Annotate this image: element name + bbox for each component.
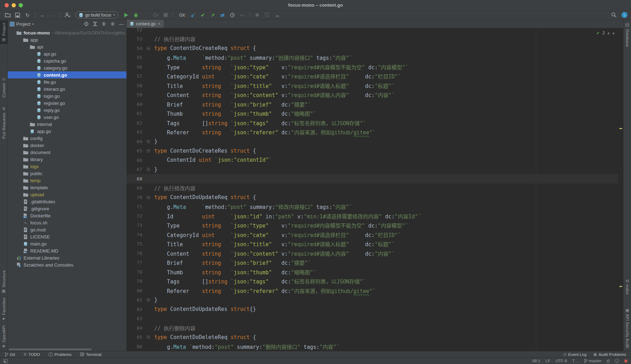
code-line[interactable]: 62 Tags []string `json:"tags" dc:"标签名称列表…	[127, 118, 618, 128]
inspection-profile-icon[interactable]	[615, 359, 619, 363]
warning-mark[interactable]	[619, 286, 622, 287]
caret-position[interactable]: 68:1	[532, 359, 540, 363]
code-line[interactable]: 53// 执行创建内容	[127, 34, 618, 44]
sync-icon[interactable]: ↻	[23, 11, 32, 19]
user-profile-icon[interactable]	[63, 11, 72, 19]
line-number[interactable]: 60	[129, 102, 142, 107]
fold-marker-icon[interactable]	[142, 47, 154, 50]
line-number[interactable]: 53	[129, 36, 142, 41]
line-number[interactable]: 58	[129, 83, 142, 88]
close-tab-icon[interactable]: ×	[158, 21, 161, 26]
code-line[interactable]: 61 Thumb string `json:"thumb" dc:"缩略图"`	[127, 109, 618, 119]
project-panel-title[interactable]: Project	[16, 21, 30, 27]
hide-panel-icon[interactable]: —	[119, 21, 124, 27]
code-line[interactable]: 69// 执行修改内容	[127, 184, 618, 193]
warning-mark[interactable]	[619, 128, 622, 129]
tree-item[interactable]: docker	[8, 142, 126, 149]
line-number[interactable]: 63	[129, 129, 142, 135]
git-push-icon[interactable]: ↗	[208, 11, 217, 19]
code-line[interactable]: 85type ContentDoDeleteReq struct {	[127, 333, 618, 342]
line-number[interactable]: 70	[129, 195, 142, 200]
code-line[interactable]: 64}	[127, 137, 618, 146]
line-number[interactable]: 79	[129, 279, 142, 284]
file-encoding[interactable]: UTF-8	[556, 359, 567, 363]
line-number[interactable]: 74	[129, 232, 142, 237]
notification-badge[interactable]	[624, 359, 627, 363]
tool-stripe-favorites[interactable]: Favorites ★	[2, 295, 6, 323]
toolwindow-git[interactable]: Git	[5, 352, 15, 357]
line-number[interactable]: 82	[129, 307, 142, 312]
code-line[interactable]: 72 Id uint `json:"id" in:"path" v:"min:1…	[127, 211, 618, 221]
line-number[interactable]: 64	[129, 139, 142, 144]
tree-item[interactable]: template	[8, 184, 126, 191]
line-number[interactable]: 55	[129, 55, 142, 60]
collapse-all-icon[interactable]	[101, 22, 106, 26]
open-icon[interactable]	[4, 11, 12, 19]
line-number[interactable]: 59	[129, 92, 142, 97]
code-line[interactable]: 66 ContentId uint `json:"contentId"`	[127, 155, 618, 165]
code-line[interactable]: 71 g.Meta `method:"post" summary:"修改内容接口…	[127, 202, 618, 212]
fold-marker-icon[interactable]	[142, 298, 154, 301]
git-merge-icon[interactable]: ⇄	[218, 11, 227, 19]
line-number[interactable]: 76	[129, 251, 142, 256]
line-number[interactable]: 81	[129, 297, 142, 302]
save-icon[interactable]	[13, 11, 22, 19]
line-number[interactable]: 75	[129, 241, 142, 247]
tree-item[interactable]: config	[8, 135, 126, 142]
close-window-icon[interactable]	[5, 3, 9, 7]
tree-item[interactable]: focus.sh	[8, 219, 126, 226]
tool-stripe-structure[interactable]: Structure ▦	[2, 268, 6, 295]
maximize-window-icon[interactable]	[19, 3, 23, 7]
fold-marker-icon[interactable]	[142, 140, 154, 143]
tree-item[interactable]: register.go	[8, 100, 126, 107]
expand-all-icon[interactable]	[93, 22, 98, 26]
tree-item[interactable]: logs	[8, 163, 126, 170]
code-line[interactable]: 54type ContentDoCreateReq struct {	[127, 44, 618, 53]
code-line[interactable]: 74 CategoryId uint `json:"cate" v:"requi…	[127, 230, 618, 240]
tree-item[interactable]: Scratches and Consoles	[8, 261, 126, 268]
inspections-widget[interactable]: ✔ 2 ∧ ∨	[596, 31, 615, 36]
line-number[interactable]: 83	[129, 316, 142, 321]
code-line[interactable]: 60 Brief string `json:"brief" dc:"摘要"`	[127, 100, 618, 109]
tree-item[interactable]: document	[8, 149, 126, 156]
tool-stripe-database[interactable]: Database	[625, 21, 630, 49]
code-line[interactable]: 81}	[127, 295, 618, 305]
line-number[interactable]: 52	[129, 28, 142, 32]
line-number[interactable]: 86	[129, 344, 142, 349]
search-history-icon[interactable]	[263, 11, 271, 19]
back-icon[interactable]: ←	[38, 11, 47, 19]
tree-item[interactable]: app	[8, 36, 126, 43]
code-line[interactable]: 59 Content string `json:"content" v:"req…	[127, 90, 618, 100]
shelve-icon[interactable]	[253, 11, 262, 19]
code-line[interactable]: 83	[127, 314, 618, 324]
tree-item[interactable]: interact.go	[8, 85, 126, 92]
code-line[interactable]: 78 Thumb string `json:"thumb" dc:"缩略图"`	[127, 267, 618, 277]
minimize-window-icon[interactable]	[12, 3, 16, 7]
tree-item[interactable]: LICENSE	[8, 233, 126, 240]
tree-item[interactable]: content.go	[8, 71, 126, 78]
settings-gear-icon[interactable]	[110, 21, 115, 26]
tree-item[interactable]: file.go	[8, 78, 126, 85]
code-line[interactable]: 82type ContentDoUpdateRes struct{}	[127, 305, 618, 314]
fold-marker-icon[interactable]	[142, 149, 154, 152]
coverage-button[interactable]	[142, 11, 150, 19]
git-commit-icon[interactable]: ✔	[199, 11, 207, 19]
tree-item[interactable]: MDREADME.MD	[8, 247, 126, 254]
horizontal-scrollbar[interactable]	[9, 349, 92, 350]
toolwindow-todo[interactable]: ☰ TODO	[24, 352, 40, 357]
ide-update-badge[interactable]: ↑	[621, 12, 627, 18]
tree-item[interactable]: go.mod	[8, 226, 126, 233]
fold-marker-icon[interactable]	[142, 168, 154, 171]
tool-stripe-pull-requests[interactable]: ⇅ Pull Requests	[2, 104, 6, 141]
code-line[interactable]: 76 Content string `json:"content" v:"req…	[127, 249, 618, 258]
forward-icon[interactable]: →	[48, 11, 57, 19]
tree-item[interactable]: public	[8, 170, 126, 177]
prev-problem-icon[interactable]: ∧	[607, 31, 610, 35]
tree-item[interactable]: library	[8, 156, 126, 163]
code-line[interactable]: 67}	[127, 165, 618, 174]
line-number[interactable]: 85	[129, 334, 142, 340]
line-number[interactable]: 72	[129, 213, 142, 219]
code-line[interactable]: 70type ContentDoUpdateReq struct {	[127, 193, 618, 202]
line-number[interactable]: 71	[129, 204, 142, 209]
toolwindow-event-log[interactable]: ◷ Event Log	[563, 352, 587, 357]
